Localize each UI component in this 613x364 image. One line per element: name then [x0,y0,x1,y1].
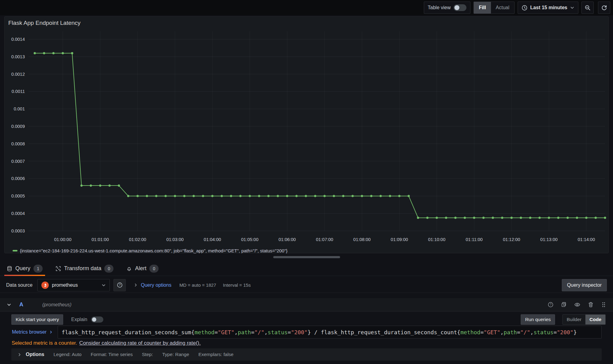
actual-button[interactable]: Actual [491,2,514,13]
remove-query-trash-icon[interactable] [588,302,594,308]
explain-toggle[interactable] [91,316,103,323]
pane-resize-handle[interactable] [273,256,340,258]
time-range-picker[interactable]: Last 15 minutes [518,2,578,14]
y-tick-label: 0.0004 [11,211,25,216]
series-point [239,195,241,197]
transform-icon [56,266,61,271]
expr-token: = [251,329,255,335]
panel-editor-toolbar: Table view Fill Actual Last 15 minutes [0,0,613,15]
y-tick-label: 0.001 [14,106,25,111]
promql-expression-input[interactable]: flask_http_request_duration_seconds_sum{… [58,326,602,339]
options-toggle[interactable]: Options [17,352,44,357]
run-queries-button[interactable]: Run queries [521,314,555,325]
x-tick-label: 01:00:00 [54,237,71,242]
table-view-group: Table view [424,2,471,14]
series-point [324,195,326,197]
series-point [267,195,270,197]
tab-alert-count: 0 [149,265,159,273]
option-legend: Legend: Auto [53,352,81,357]
series-point [595,217,597,219]
y-tick-label: 0.0008 [11,141,25,146]
series-point [295,195,297,197]
series-point [557,217,559,219]
expr-token: method [194,329,214,335]
prometheus-icon [41,282,49,289]
y-tick-label: 0.0012 [11,72,25,77]
expr-token: , [234,329,238,335]
legend: {instance="ec2-184-169-216-224.us-west-1… [5,247,608,254]
series-point [80,185,82,187]
max-data-points-text: MD = auto = 1827 [179,282,216,288]
expr-token: , [530,329,534,335]
query-options-toggle[interactable]: Query options [134,282,171,288]
x-tick-label: 01:08:00 [353,237,370,242]
expr-token: , [264,329,268,335]
series-point [370,195,372,197]
series-point [389,195,391,197]
duplicate-query-icon[interactable] [561,302,567,308]
series-point [492,217,494,219]
expr-token: = [517,329,520,335]
query-datasource-hint: (prometheus) [42,302,71,308]
series-point [258,195,260,197]
expr-token: "200" [291,329,308,335]
legend-series-label[interactable]: {instance="ec2-184-169-216-224.us-west-1… [20,248,288,253]
x-tick-label: 01:06:00 [278,237,296,242]
datasource-help-button[interactable]: ? [113,279,126,291]
tab-alert[interactable]: Alert 0 [125,261,160,276]
zoom-out-button[interactable] [581,2,594,14]
counter-warning: Selected metric is a counter. Consider c… [12,339,602,347]
drag-handle-grip-icon[interactable] [601,302,606,308]
expr-token: "200" [557,329,573,335]
help-icon[interactable]: ? [548,302,554,308]
hide-response-eye-icon[interactable] [574,301,580,308]
series-point [249,195,251,197]
collapse-chevron-icon[interactable] [7,302,11,307]
x-tick-label: 01:05:00 [241,237,258,242]
series-point [380,195,382,197]
query-row-header[interactable]: A (prometheus) ? [0,298,613,312]
chevron-down-icon [102,283,106,287]
edit-pane-tabs: Query 1 Transform data 0 Alert 0 [0,261,613,276]
x-tick-label: 01:07:00 [316,237,333,242]
add-rate-link[interactable]: Consider calculating rate of counter by … [79,340,201,346]
svg-text:?: ? [550,303,552,306]
series-point [165,195,167,197]
series-point [351,195,354,197]
database-icon [7,266,12,271]
latency-chart[interactable]: 0.00140.00130.00120.00110.0010.00090.000… [5,26,609,246]
x-tick-label: 01:11:00 [466,237,483,242]
series-point [109,185,111,187]
series-point [174,195,176,197]
tab-transform-label: Transform data [64,265,101,272]
code-mode-button[interactable]: Code [585,315,605,324]
query-options-label: Query options [141,282,171,288]
y-tick-label: 0.0009 [11,124,25,129]
expr-token: = [288,329,291,335]
chevron-right-icon [49,330,53,334]
metrics-browser-toggle[interactable]: Metrics browser [11,326,58,339]
option-type: Type: Range [162,352,189,357]
fill-button[interactable]: Fill [474,2,491,13]
query-refid[interactable]: A [19,301,23,308]
y-tick-label: 0.0005 [11,193,25,198]
interval-text: Interval = 15s [223,282,251,288]
tab-query[interactable]: Query 1 [6,261,44,276]
builder-mode-button[interactable]: Builder [563,315,585,324]
series-point [43,52,45,54]
refresh-button[interactable] [598,2,610,14]
query-inspector-button[interactable]: Query inspector [562,279,607,291]
table-view-toggle[interactable] [454,4,466,11]
tab-transform-data[interactable]: Transform data 0 [54,261,115,276]
option-format: Format: Time series [91,352,133,357]
datasource-picker[interactable]: prometheus [37,279,110,291]
series-point [146,195,148,197]
series-point [183,195,186,197]
series-point [90,185,92,187]
series-point [529,217,531,219]
kick-start-query-button[interactable]: Kick start your query [11,314,63,325]
series-point [548,217,550,219]
warning-text: Selected metric is a counter. [12,340,77,346]
explain-group: Explain [71,316,103,323]
expr-token: method [460,329,480,335]
